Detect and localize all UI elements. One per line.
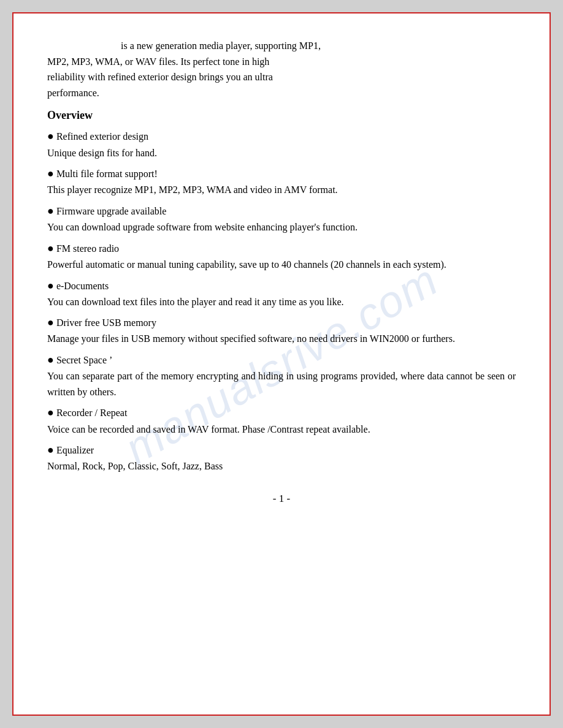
bullet-icon-4: ● — [47, 278, 54, 294]
feature-label-3: FM stereo radio — [56, 240, 119, 257]
feature-label-5: Driver free USB memory — [56, 314, 156, 331]
bullet-icon-1: ● — [47, 166, 54, 181]
feature-bullet-line-1: ● Multi file format support! — [47, 165, 516, 182]
feature-bullet-line-0: ● Refined exterior design — [47, 128, 516, 145]
feature-firmware: ● Firmware upgrade available You can dow… — [47, 203, 516, 235]
intro-line2: MP2, MP3, WMA, or WAV files. Its perfect… — [47, 56, 269, 67]
feature-desc-1: This player recognize MP1, MP2, MP3, WMA… — [47, 182, 516, 198]
feature-label-4: e-Documents — [56, 278, 109, 294]
overview-title: Overview — [47, 109, 516, 122]
feature-desc-3: Powerful automatic or manual tuning capa… — [47, 257, 516, 273]
feature-recorder: ● Recorder / Repeat Voice can be recorde… — [47, 404, 516, 437]
feature-desc-5: Manage your files in USB memory without … — [47, 331, 516, 347]
feature-multi-format: ● Multi file format support! This player… — [47, 165, 516, 198]
feature-equalizer: ● Equalizer Normal, Rock, Pop, Classic, … — [47, 442, 516, 474]
feature-bullet-line-5: ● Driver free USB memory — [47, 314, 516, 331]
bullet-icon-8: ● — [47, 442, 54, 458]
feature-label-2: Firmware upgrade available — [56, 203, 166, 219]
bullet-icon-6: ● — [47, 352, 54, 368]
feature-desc-8: Normal, Rock, Pop, Classic, Soft, Jazz, … — [47, 458, 516, 474]
feature-bullet-line-6: ● Secret Space ’ — [47, 352, 516, 368]
feature-fm-radio: ● FM stereo radio Powerful automatic or … — [47, 240, 516, 273]
feature-label-8: Equalizer — [56, 442, 94, 458]
bullet-icon-7: ● — [47, 405, 54, 420]
feature-desc-2: You can download upgrade software from w… — [47, 219, 516, 235]
page-footer: - 1 - — [47, 493, 516, 505]
intro-paragraph: is a new generation media player, suppor… — [47, 38, 516, 100]
bullet-icon-3: ● — [47, 241, 54, 256]
feature-label-7: Recorder / Repeat — [56, 404, 128, 421]
intro-indent — [47, 38, 121, 54]
bullet-icon-2: ● — [47, 203, 54, 219]
feature-label-6: Secret Space ’ — [56, 352, 113, 368]
feature-label-1: Multi file format support! — [56, 165, 158, 182]
feature-desc-7: Voice can be recorded and saved in WAV f… — [47, 422, 516, 438]
page: manualsrive.com is a new generation medi… — [12, 12, 551, 716]
feature-bullet-line-7: ● Recorder / Repeat — [47, 404, 516, 421]
intro-line3: reliability with refined exterior design… — [47, 72, 273, 82]
feature-bullet-line-2: ● Firmware upgrade available — [47, 203, 516, 219]
feature-desc-6: You can separate part of the memory encr… — [47, 368, 516, 400]
feature-usb-memory: ● Driver free USB memory Manage your fil… — [47, 314, 516, 347]
bullet-icon-0: ● — [47, 129, 54, 144]
feature-secret-space: ● Secret Space ’ You can separate part o… — [47, 352, 516, 400]
feature-label-0: Refined exterior design — [56, 128, 148, 145]
intro-line1: is a new generation media player, suppor… — [121, 40, 321, 51]
features-list: ● Refined exterior design Unique design … — [47, 128, 516, 474]
feature-bullet-line-8: ● Equalizer — [47, 442, 516, 458]
feature-refined-exterior: ● Refined exterior design Unique design … — [47, 128, 516, 161]
content: is a new generation media player, suppor… — [47, 38, 516, 505]
feature-bullet-line-4: ● e-Documents — [47, 278, 516, 294]
feature-desc-0: Unique design fits for hand. — [47, 145, 516, 161]
page-number: - 1 - — [273, 493, 290, 504]
feature-desc-4: You can download text files into the pla… — [47, 294, 516, 310]
intro-line4: performance. — [47, 88, 99, 98]
feature-edocuments: ● e-Documents You can download text file… — [47, 278, 516, 310]
bullet-icon-5: ● — [47, 315, 54, 330]
feature-bullet-line-3: ● FM stereo radio — [47, 240, 516, 257]
